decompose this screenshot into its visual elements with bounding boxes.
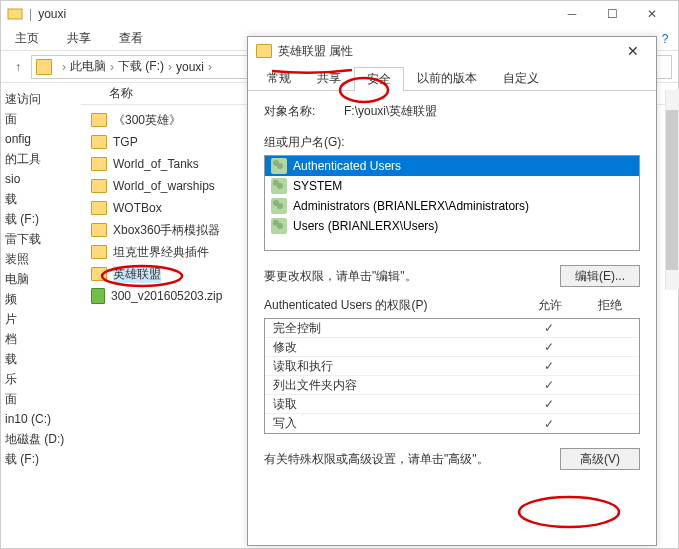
menu-view[interactable]: 查看	[105, 30, 157, 47]
group-item[interactable]: Authenticated Users	[265, 156, 639, 176]
chevron-right-icon: ›	[110, 60, 114, 74]
window-buttons: ─ ☐ ✕	[552, 3, 672, 25]
folder-icon	[91, 201, 107, 215]
folder-icon	[91, 245, 107, 259]
folder-icon	[91, 135, 107, 149]
nav-item[interactable]: 速访问	[1, 89, 81, 109]
folder-icon	[91, 223, 107, 237]
nav-item[interactable]: in10 (C:)	[1, 409, 81, 429]
advanced-hint: 有关特殊权限或高级设置，请单击"高级"。	[264, 451, 489, 468]
nav-item[interactable]: 档	[1, 329, 81, 349]
edit-button[interactable]: 编辑(E)...	[560, 265, 640, 287]
maximize-button[interactable]: ☐	[592, 3, 632, 25]
up-button[interactable]: ↑	[7, 56, 29, 78]
folder-icon	[256, 44, 272, 58]
allow-check-icon: ✓	[519, 378, 579, 392]
properties-dialog: 英雄联盟 属性 ✕ 常规共享安全以前的版本自定义 对象名称: F:\youxi\…	[247, 36, 657, 546]
file-name: 英雄联盟	[113, 266, 161, 283]
nav-tree: 速访问面onfig的工具sio载载 (F:)雷下载装照电脑频片档载乐面in10 …	[1, 83, 81, 548]
group-name: Administrators (BRIANLERX\Administrators…	[293, 199, 529, 213]
allow-header: 允许	[520, 297, 580, 314]
permission-name: 读取	[265, 396, 519, 413]
nav-item[interactable]: 载	[1, 349, 81, 369]
permission-name: 列出文件夹内容	[265, 377, 519, 394]
zip-icon	[91, 288, 105, 304]
breadcrumb-seg[interactable]: 下载 (F:)	[118, 58, 164, 75]
nav-item[interactable]: 电脑	[1, 269, 81, 289]
group-item[interactable]: SYSTEM	[265, 176, 639, 196]
deny-header: 拒绝	[580, 297, 640, 314]
folder-icon	[91, 179, 107, 193]
users-icon	[271, 158, 287, 174]
permissions-header: Authenticated Users 的权限(P) 允许 拒绝	[264, 297, 640, 314]
advanced-row: 有关特殊权限或高级设置，请单击"高级"。 高级(V)	[264, 448, 640, 470]
dialog-body: 对象名称: F:\youxi\英雄联盟 组或用户名(G): Authentica…	[248, 91, 656, 545]
permissions-label: Authenticated Users 的权限(P)	[264, 297, 520, 314]
nav-item[interactable]: 载 (F:)	[1, 209, 81, 229]
allow-check-icon: ✓	[519, 397, 579, 411]
group-item[interactable]: Administrators (BRIANLERX\Administrators…	[265, 196, 639, 216]
dialog-title: 英雄联盟 属性	[278, 43, 618, 60]
group-name: Authenticated Users	[293, 159, 401, 173]
nav-item[interactable]: 的工具	[1, 149, 81, 169]
nav-item[interactable]: 乐	[1, 369, 81, 389]
file-name: 《300英雄》	[113, 112, 181, 129]
menu-home[interactable]: 主页	[1, 30, 53, 47]
folder-icon	[91, 267, 107, 281]
nav-item[interactable]: 片	[1, 309, 81, 329]
nav-item[interactable]: 频	[1, 289, 81, 309]
titlebar: | youxi ─ ☐ ✕	[1, 1, 678, 27]
help-button[interactable]: ?	[654, 28, 676, 50]
permission-name: 完全控制	[265, 320, 519, 337]
breadcrumb-seg[interactable]: 此电脑	[70, 58, 106, 75]
menu-share[interactable]: 共享	[53, 30, 105, 47]
allow-check-icon: ✓	[519, 321, 579, 335]
dialog-tab[interactable]: 安全	[354, 67, 404, 91]
edit-hint: 要更改权限，请单击"编辑"。	[264, 268, 417, 285]
nav-item[interactable]: onfig	[1, 129, 81, 149]
dialog-close-button[interactable]: ✕	[618, 43, 648, 59]
close-button[interactable]: ✕	[632, 3, 672, 25]
permissions-table: 完全控制✓修改✓读取和执行✓列出文件夹内容✓读取✓写入✓	[264, 318, 640, 434]
groups-list[interactable]: Authenticated UsersSYSTEMAdministrators …	[264, 155, 640, 251]
dialog-tab[interactable]: 自定义	[490, 66, 552, 90]
group-name: Users (BRIANLERX\Users)	[293, 219, 438, 233]
nav-item[interactable]: 装照	[1, 249, 81, 269]
allow-check-icon: ✓	[519, 340, 579, 354]
permission-row: 读取和执行✓	[265, 357, 639, 376]
dialog-tab[interactable]: 以前的版本	[404, 66, 490, 90]
permission-row: 列出文件夹内容✓	[265, 376, 639, 395]
chevron-right-icon: ›	[168, 60, 172, 74]
file-name: Xbox360手柄模拟器	[113, 222, 220, 239]
file-name: World_of_warships	[113, 179, 215, 193]
nav-item[interactable]: 地磁盘 (D:)	[1, 429, 81, 449]
folder-icon	[36, 59, 52, 75]
permission-row: 读取✓	[265, 395, 639, 414]
advanced-button[interactable]: 高级(V)	[560, 448, 640, 470]
permission-name: 写入	[265, 415, 519, 432]
nav-item[interactable]: 面	[1, 389, 81, 409]
dialog-titlebar: 英雄联盟 属性 ✕	[248, 37, 656, 65]
nav-item[interactable]: 雷下载	[1, 229, 81, 249]
nav-item[interactable]: sio	[1, 169, 81, 189]
window-title: youxi	[38, 7, 552, 21]
edit-row: 要更改权限，请单击"编辑"。 编辑(E)...	[264, 265, 640, 287]
minimize-button[interactable]: ─	[552, 3, 592, 25]
dialog-tabs: 常规共享安全以前的版本自定义	[248, 65, 656, 91]
permission-row: 修改✓	[265, 338, 639, 357]
breadcrumb-seg[interactable]: youxi	[176, 60, 204, 74]
file-name: TGP	[113, 135, 138, 149]
group-item[interactable]: Users (BRIANLERX\Users)	[265, 216, 639, 236]
nav-item[interactable]: 面	[1, 109, 81, 129]
users-icon	[271, 218, 287, 234]
dialog-tab[interactable]: 常规	[254, 66, 304, 90]
file-name: WOTBox	[113, 201, 162, 215]
dialog-tab[interactable]: 共享	[304, 66, 354, 90]
scrollbar-thumb[interactable]	[666, 110, 678, 270]
object-name-row: 对象名称: F:\youxi\英雄联盟	[264, 103, 640, 120]
nav-item[interactable]: 载 (F:)	[1, 449, 81, 469]
nav-item[interactable]: 载	[1, 189, 81, 209]
folder-icon	[7, 6, 23, 22]
object-name-value: F:\youxi\英雄联盟	[344, 103, 640, 120]
permission-name: 读取和执行	[265, 358, 519, 375]
